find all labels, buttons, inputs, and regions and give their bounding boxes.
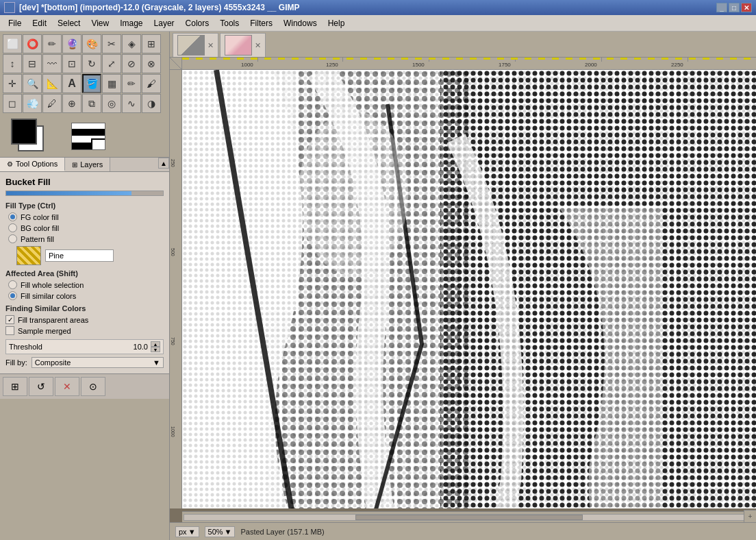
text-tool[interactable]: A: [62, 74, 81, 93]
menu-help[interactable]: Help: [323, 17, 351, 29]
fill-type-pattern-radio[interactable]: [8, 234, 17, 243]
toolbar-panel: ⬜ ⭕ ✏ 🔮 🎨 ✂ ◈ ⊞ ↕ ⊟ 〰 ⊡ ↻ ⤢ ⊘ ⊗ ✛ 🔍 📐 A …: [0, 32, 170, 540]
preferences-button[interactable]: ⊙: [81, 377, 105, 396]
canvas-wrapper: 1000 1250 1500 1750 2000 2250: [170, 58, 756, 522]
warp-tool[interactable]: 〰: [42, 54, 62, 73]
heal-tool[interactable]: ⊕: [62, 94, 81, 113]
fill-type-bg[interactable]: BG color fill: [8, 223, 164, 232]
pattern-name-input[interactable]: [45, 249, 114, 262]
panel-maximize-button[interactable]: ▲: [158, 158, 169, 169]
close-document-button[interactable]: ✕: [55, 377, 79, 396]
minimize-button[interactable]: _: [716, 3, 727, 12]
free-select-tool[interactable]: ✏: [42, 34, 62, 53]
eraser-tool[interactable]: ◻: [3, 94, 22, 113]
ruler-v-mark-0: 0: [170, 71, 171, 74]
ruler-h-mark-2000: 2000: [585, 62, 597, 68]
tab-layers[interactable]: ⊞ Layers: [65, 158, 110, 171]
sample-merged-checkbox[interactable]: Sample merged: [5, 326, 164, 335]
scale-tool[interactable]: ⤢: [102, 54, 121, 73]
align-tool[interactable]: ⊟: [23, 54, 42, 73]
bucket-fill-tool[interactable]: 🪣: [82, 74, 101, 93]
convolve-tool[interactable]: ◎: [102, 94, 121, 113]
fill-type-bg-radio[interactable]: [8, 223, 17, 232]
fill-transparent-checkbox[interactable]: ✓ Fill transparent areas: [5, 315, 164, 324]
menu-windows[interactable]: Windows: [278, 17, 323, 29]
fuzzy-select-tool[interactable]: 🔮: [62, 34, 81, 53]
bottom-toolbar: ⊞ ↺ ✕ ⊙: [0, 373, 169, 399]
ink-tool[interactable]: 🖊: [42, 94, 62, 113]
menu-layer[interactable]: Layer: [149, 17, 180, 29]
menu-colors[interactable]: Colors: [180, 17, 215, 29]
fill-type-fg-radio[interactable]: [8, 212, 17, 221]
zoom-tool[interactable]: 🔍: [23, 74, 42, 93]
layer-info: Pasted Layer (157.1 MB): [240, 528, 751, 536]
menu-edit[interactable]: Edit: [27, 17, 52, 29]
fill-similar-colors[interactable]: Fill similar colors: [8, 291, 164, 300]
close-button[interactable]: ✕: [741, 3, 752, 12]
sample-merged-box[interactable]: [5, 326, 14, 335]
menu-image[interactable]: Image: [114, 17, 148, 29]
blend-tool[interactable]: ▦: [102, 74, 121, 93]
zoom-value: 50%: [208, 528, 223, 536]
dodge-burn-tool[interactable]: ◑: [142, 94, 161, 113]
image-tab-1[interactable]: ✕: [173, 33, 218, 57]
measure-tool[interactable]: 📐: [42, 74, 62, 93]
shear-tool[interactable]: ⊘: [122, 54, 141, 73]
opacity-bar[interactable]: [5, 191, 164, 196]
image-tab-2-close[interactable]: ✕: [255, 41, 261, 50]
expand-corner[interactable]: +: [744, 510, 756, 522]
paintbrush-tool[interactable]: 🖌: [142, 74, 161, 93]
affected-area-label: Affected Area (Shift): [5, 269, 164, 278]
threshold-arrows[interactable]: ▲ ▼: [151, 341, 160, 352]
fill-type-pattern[interactable]: Pattern fill: [8, 234, 164, 243]
fill-whole-radio[interactable]: [8, 280, 17, 289]
ruler-h-mark-1750: 1750: [499, 62, 511, 68]
menu-select[interactable]: Select: [52, 17, 86, 29]
color-swatches[interactable]: [11, 119, 52, 154]
threshold-up-arrow[interactable]: ▲: [151, 341, 160, 347]
pencil-tool[interactable]: ✏: [122, 74, 141, 93]
airbrush-tool[interactable]: 💨: [23, 94, 42, 113]
new-layer-button[interactable]: ⊞: [3, 377, 27, 396]
cage-tool[interactable]: ⊗: [142, 54, 161, 73]
image-tab-2[interactable]: ✕: [220, 33, 266, 57]
fg-select-tool[interactable]: ◈: [122, 34, 141, 53]
clone-tool[interactable]: ⧉: [82, 94, 101, 113]
tab-tool-options-label: Tool Options: [16, 160, 58, 168]
by-color-select-tool[interactable]: 🎨: [82, 34, 101, 53]
undo-button[interactable]: ↺: [29, 377, 53, 396]
ellipse-select-tool[interactable]: ⭕: [23, 34, 42, 53]
menu-view[interactable]: View: [86, 17, 114, 29]
zoom-selector[interactable]: 50% ▼: [205, 526, 236, 537]
perspective-tool[interactable]: ⊡: [62, 54, 81, 73]
image-tab-1-close[interactable]: ✕: [207, 41, 214, 50]
smudge-tool[interactable]: ∿: [122, 94, 141, 113]
tab-tool-options[interactable]: ⚙ Tool Options: [0, 158, 65, 171]
fg-color-swatch[interactable]: [11, 119, 37, 145]
move-tool[interactable]: ✛: [3, 74, 22, 93]
scrollbar-thumb-h[interactable]: [355, 515, 583, 520]
menu-file[interactable]: File: [3, 17, 27, 29]
status-bar: px ▼ 50% ▼ Pasted Layer (157.1 MB): [170, 522, 756, 540]
fill-whole-selection[interactable]: Fill whole selection: [8, 280, 164, 289]
menu-tools[interactable]: Tools: [214, 17, 244, 29]
rotate-tool[interactable]: ↻: [82, 54, 101, 73]
pattern-swatch[interactable]: [16, 246, 41, 265]
crop-tool[interactable]: ⊞: [142, 34, 161, 53]
window-controls[interactable]: _ □ ✕: [716, 3, 752, 12]
fill-similar-radio[interactable]: [8, 291, 17, 300]
canvas-content[interactable]: [182, 70, 756, 508]
threshold-down-arrow[interactable]: ▼: [151, 347, 160, 352]
rect-select-tool[interactable]: ⬜: [3, 34, 22, 53]
menu-filters[interactable]: Filters: [244, 17, 278, 29]
fill-type-fg[interactable]: FG color fill: [8, 212, 164, 221]
scrollbar-track-h[interactable]: [184, 514, 755, 521]
fill-transparent-box[interactable]: ✓: [5, 315, 14, 324]
maximize-button[interactable]: □: [729, 3, 740, 12]
unified-transform-tool[interactable]: ↕: [3, 54, 22, 73]
scissors-tool[interactable]: ✂: [102, 34, 121, 53]
unit-selector[interactable]: px ▼: [175, 526, 199, 537]
horizontal-scrollbar[interactable]: [182, 511, 756, 522]
menubar: File Edit Select View Image Layer Colors…: [0, 15, 756, 32]
fill-by-select[interactable]: Composite ▼: [32, 357, 164, 368]
